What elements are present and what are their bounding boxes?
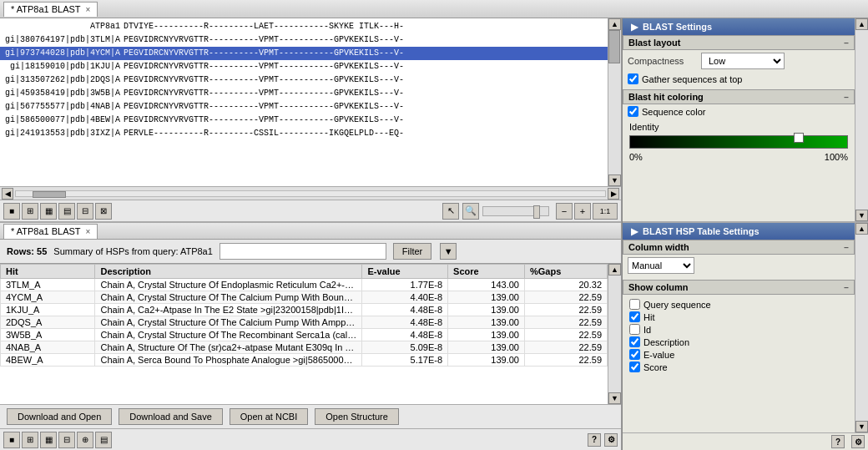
blast-settings-scroll: ▶ BLAST Settings Blast layout − Compactn… bbox=[623, 18, 868, 221]
tbl-scroll-down[interactable]: ▼ bbox=[608, 392, 621, 404]
seq-row-3[interactable]: gi|313507262|pdb|2DQS|A PEGVIDRCNYVRVGTT… bbox=[0, 73, 608, 87]
filter-input[interactable] bbox=[220, 243, 386, 260]
scroll-down-btn[interactable]: ▼ bbox=[608, 174, 621, 186]
hscroll-left-btn[interactable]: ◀ bbox=[2, 188, 13, 200]
seq-row-4[interactable]: gi|459358419|pdb|3W5B|A PEGVIDRCNYVRVGTT… bbox=[0, 87, 608, 100]
hsp-settings-btn[interactable]: ⚙ bbox=[851, 435, 865, 448]
zoom-plus[interactable]: + bbox=[574, 203, 591, 220]
sequence-color-label: Sequence color bbox=[642, 107, 705, 117]
hsp-scroll-up[interactable]: ▲ bbox=[855, 223, 868, 235]
col-hit-checkbox[interactable] bbox=[629, 311, 640, 322]
open-structure-btn[interactable]: Open Structure bbox=[315, 408, 399, 425]
identity-handle[interactable] bbox=[794, 133, 804, 143]
column-width-label: Column width bbox=[628, 242, 689, 252]
column-width-header[interactable]: Column width − bbox=[623, 240, 855, 255]
bottom-tab-label: * ATP8a1 BLAST bbox=[11, 226, 81, 236]
btool-5[interactable]: ⊕ bbox=[77, 432, 93, 448]
seq-tool-2[interactable]: ⊞ bbox=[22, 203, 38, 220]
seq-tool-5[interactable]: ⊟ bbox=[77, 203, 93, 220]
seq-row-1[interactable]: gi|973744028|pdb|4YCM|A PEGVIDRCNYVRVGTT… bbox=[0, 47, 608, 60]
zoom-reset[interactable]: 1:1 bbox=[593, 203, 618, 220]
help-button[interactable]: ? bbox=[588, 433, 601, 447]
hsp-settings-vscrollbar[interactable]: ▲ ▼ bbox=[855, 223, 868, 432]
open-ncbi-btn[interactable]: Open at NCBI bbox=[230, 408, 308, 425]
bottom-tab[interactable]: * ATP8a1 BLAST × bbox=[3, 224, 98, 239]
col-hit-row: Hit bbox=[629, 311, 848, 323]
tbl-scroll-up[interactable]: ▲ bbox=[608, 264, 621, 276]
zoom-minus[interactable]: − bbox=[556, 203, 573, 220]
table-row[interactable]: 1KJU_AChain A, Ca2+-Atpase In The E2 Sta… bbox=[1, 304, 608, 316]
col-description-checkbox[interactable] bbox=[629, 336, 640, 347]
col-score-checkbox[interactable] bbox=[629, 362, 640, 372]
filter-button[interactable]: Filter bbox=[393, 243, 431, 260]
blast-settings-vscrollbar[interactable]: ▲ ▼ bbox=[855, 18, 868, 221]
blast-hit-coloring-header[interactable]: Blast hit coloring − bbox=[623, 89, 855, 104]
blast-hit-coloring-minimize[interactable]: − bbox=[844, 93, 849, 102]
btool-4[interactable]: ⊟ bbox=[58, 432, 75, 448]
btool-6[interactable]: ▤ bbox=[95, 432, 112, 448]
seq-row-2[interactable]: gi|18159010|pdb|1KJU|A PEGVIDRCNYVRVGTTR… bbox=[0, 60, 608, 73]
seq-row-5[interactable]: gi|567755577|pdb|4NAB|A PEGVIDRCNYVRVGTT… bbox=[0, 100, 608, 114]
table-row[interactable]: 3W5B_AChain A, Crystal Structure Of The … bbox=[1, 329, 608, 341]
blast-layout-header[interactable]: Blast layout − bbox=[623, 35, 855, 50]
seq-row-7[interactable]: gi|241913553|pdb|3IXZ|A PERVLE----------… bbox=[0, 127, 608, 140]
column-width-minimize[interactable]: − bbox=[844, 243, 849, 252]
seq-tool-4[interactable]: ▤ bbox=[58, 203, 75, 220]
cursor-icon[interactable]: ↖ bbox=[442, 203, 459, 220]
seq-tool-1[interactable]: ■ bbox=[3, 203, 20, 220]
blast-layout-minimize[interactable]: − bbox=[844, 38, 849, 48]
btool-2[interactable]: ⊞ bbox=[22, 432, 38, 448]
hsp-settings-scroll: ▶ BLAST HSP Table Settings Column width … bbox=[623, 223, 868, 432]
zoom-slider[interactable] bbox=[482, 206, 549, 216]
table-row[interactable]: 3TLM_AChain A, Crystal Structure Of Endo… bbox=[1, 279, 608, 291]
btool-3[interactable]: ▦ bbox=[40, 432, 57, 448]
col-id-row: Id bbox=[629, 323, 848, 336]
hsp-scroll-down[interactable]: ▼ bbox=[855, 421, 868, 432]
rp-scroll-down[interactable]: ▼ bbox=[855, 210, 868, 221]
cell-score: 139.00 bbox=[448, 354, 525, 367]
settings-button[interactable]: ⚙ bbox=[604, 433, 618, 447]
bottom-tab-close[interactable]: × bbox=[86, 227, 91, 236]
col-id-label: Id bbox=[643, 325, 651, 335]
action-buttons-row: Download and Open Download and Save Open… bbox=[0, 404, 621, 428]
download-save-btn[interactable]: Download and Save bbox=[119, 408, 222, 425]
scroll-up-btn[interactable]: ▲ bbox=[608, 18, 621, 30]
zoom-icon[interactable]: 🔍 bbox=[462, 203, 479, 220]
seq-row-0[interactable]: gi|380764197|pdb|3TLM|A PEGVIDRCNYVRVGTT… bbox=[0, 33, 608, 47]
top-tab[interactable]: * ATP8a1 BLAST × bbox=[3, 2, 98, 17]
seq-hscrollbar[interactable]: ◀ ▶ bbox=[0, 186, 621, 200]
sequence-color-checkbox[interactable] bbox=[628, 106, 638, 117]
show-column-header[interactable]: Show column − bbox=[623, 280, 855, 295]
identity-slider[interactable] bbox=[629, 135, 848, 149]
col-evalue-checkbox[interactable] bbox=[629, 349, 640, 360]
gather-sequences-checkbox[interactable] bbox=[628, 73, 638, 84]
top-tab-close[interactable]: × bbox=[86, 5, 91, 14]
cell-evalue: 1.77E-8 bbox=[362, 279, 448, 291]
hsp-help-btn[interactable]: ? bbox=[831, 435, 845, 448]
col-query-checkbox[interactable] bbox=[629, 299, 640, 310]
table-row[interactable]: 2DQS_AChain A, Crystal Structure Of The … bbox=[1, 316, 608, 329]
show-column-minimize[interactable]: − bbox=[844, 283, 849, 292]
seq-row-6[interactable]: gi|586500077|pdb|4BEW|A PEGVIDRCNYVRVGTT… bbox=[0, 114, 608, 127]
table-vscrollbar[interactable]: ▲ ▼ bbox=[608, 264, 621, 404]
rp-scroll-up[interactable]: ▲ bbox=[855, 18, 868, 30]
hscroll-right-btn[interactable]: ▶ bbox=[608, 188, 619, 200]
col-hit-label: Hit bbox=[643, 312, 654, 322]
seq-vscrollbar[interactable]: ▲ ▼ bbox=[608, 18, 621, 186]
compactness-select[interactable]: Low Medium High bbox=[701, 53, 785, 69]
scroll-thumb[interactable] bbox=[608, 30, 620, 63]
table-row[interactable]: 4NAB_AChain A, Structure Of The (sr)ca2+… bbox=[1, 341, 608, 354]
table-menu-btn[interactable]: ▼ bbox=[440, 243, 457, 260]
table-row[interactable]: 4BEW_AChain A, Serca Bound To Phosphate … bbox=[1, 354, 608, 367]
hscroll-track[interactable] bbox=[15, 190, 606, 197]
table-row[interactable]: 4YCM_AChain A, Crystal Structure Of The … bbox=[1, 291, 608, 304]
cell-description: Chain A, Crystal Structure Of Endoplasmi… bbox=[95, 279, 362, 291]
seq-tool-3[interactable]: ▦ bbox=[40, 203, 57, 220]
col-width-select[interactable]: Manual Auto Fixed bbox=[628, 257, 694, 274]
btool-1[interactable]: ■ bbox=[3, 432, 20, 448]
seq-tool-6[interactable]: ⊠ bbox=[95, 203, 112, 220]
col-id-checkbox[interactable] bbox=[629, 324, 640, 335]
zoom-thumb[interactable] bbox=[533, 205, 540, 219]
hscroll-thumb[interactable] bbox=[33, 191, 66, 198]
download-open-btn[interactable]: Download and Open bbox=[7, 408, 112, 425]
